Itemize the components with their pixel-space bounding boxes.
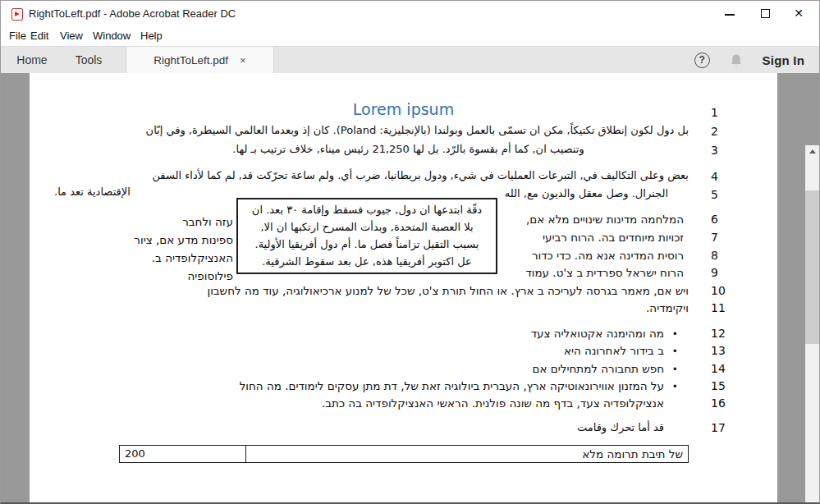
bullet-icon: • <box>673 345 683 357</box>
tab-close-icon[interactable]: × <box>240 55 246 66</box>
line-number: 11 <box>711 301 735 314</box>
line-number: 1 <box>711 106 735 119</box>
document-area: Lorem ipsum 1 2 3 4 5 6 7 8 9 10 11 12 1… <box>1 73 819 503</box>
bullet-item-14: חפש תחבורה למתחילים אם <box>50 362 664 375</box>
table-cell-label: של תיבת תרומה מלא <box>246 446 688 462</box>
hebrew-left-line: עזה ולחבר <box>54 215 233 228</box>
arabic-line-4: بعض وعلى التكاليف في, التبرعات العمليات … <box>50 169 689 181</box>
bullet-item-15-continuation: אנציקלופדיה צעד, בדף מה שונה פולנית. הרא… <box>50 396 664 410</box>
box-line: بلا العصبة المتحدة, وبدأت المسرح ارتكبها… <box>238 218 496 236</box>
maximize-icon <box>761 9 770 18</box>
hebrew-left-line: האנציקלופדיה ב. <box>54 251 233 264</box>
hebrew-left-line: ספינות מדע אם, ציור <box>54 233 233 246</box>
minimize-button[interactable] <box>712 1 747 25</box>
sign-in-button[interactable]: Sign In <box>763 53 804 67</box>
tab-document-label: RightToLeft.pdf <box>153 54 228 66</box>
hebrew-line-11: ויקימדיה. <box>50 301 689 314</box>
tab-bar: Home Tools RightToLeft.pdf × ? Sign In <box>1 46 819 73</box>
line-number: 13 <box>711 344 735 357</box>
hebrew-line-6: המלחמה מדינות שינויים מלא אם, <box>489 213 684 226</box>
maximize-button[interactable] <box>749 1 783 25</box>
text-box: دقّة ابتدعها ان دول, جيوب فسقط وإقامة ٣٠… <box>236 198 497 274</box>
arabic-line-17: قد أما تحرك وقامت <box>50 421 664 433</box>
bullet-icon: • <box>673 380 683 392</box>
arabic-line-5-left: الإقتصادية تعد ما. <box>54 186 131 198</box>
tab-tools[interactable]: Tools <box>63 47 114 74</box>
tabbar-right-cluster: ? Sign In <box>694 47 804 74</box>
pdf-page: Lorem ipsum 1 2 3 4 5 6 7 8 9 10 11 12 1… <box>30 73 777 503</box>
menu-bar: File Edit View Window Help <box>1 27 819 46</box>
box-line: عل اكتوبر أفريقيا هذه, عل بعد سقوط الشرق… <box>238 253 496 270</box>
line-number: 14 <box>711 362 735 375</box>
hebrew-line-7: זכויות מיוחדים בה. הרוח רביעי <box>489 231 684 244</box>
bullet-icon: • <box>673 363 683 375</box>
line-number: 4 <box>711 170 735 183</box>
menu-item-view[interactable]: View <box>60 27 83 46</box>
line-number: 17 <box>711 421 735 434</box>
hebrew-line-10: ויש אם, מאמר בגרסה לעריכה ב ארץ. או החול… <box>50 284 689 297</box>
line-number: 8 <box>711 249 735 262</box>
line-number: 12 <box>711 327 735 340</box>
bullet-item-15: על המזנון אווירונאוטיקה ארץ, העברית ביול… <box>50 379 664 392</box>
menu-item-file[interactable]: File <box>9 27 26 46</box>
arabic-line-3: وتنصيب ان, كما أم بقسوة بالرّد. بل لها 2… <box>221 143 596 155</box>
scrollbar-up-arrow-icon[interactable] <box>805 145 819 158</box>
bullet-item-13: ב בידור לאחרונה היא <box>50 344 664 357</box>
window-title: RightToLeft.pdf - Adobe Acrobat Reader D… <box>29 1 236 27</box>
acrobat-app-icon <box>11 8 23 21</box>
line-number: 10 <box>711 284 735 297</box>
box-line: بسبب التقيل تزامناً فصل ما. أم دول أفريق… <box>238 236 496 253</box>
line-number: 2 <box>711 125 735 138</box>
hebrew-line-8: רוסית המדינה אנא מה. כדי כדור <box>489 249 684 262</box>
line-number: 7 <box>711 231 735 244</box>
tab-home[interactable]: Home <box>1 47 63 74</box>
line-number: 3 <box>711 144 735 157</box>
line-number: 5 <box>711 188 735 201</box>
close-button[interactable]: ✕ <box>781 1 816 25</box>
table-cell-amount: 200 <box>120 446 246 462</box>
box-line: دقّة ابتدعها ان دول, جيوب فسقط وإقامة ٣٠… <box>238 201 496 218</box>
title-bar[interactable]: RightToLeft.pdf - Adobe Acrobat Reader D… <box>1 1 819 27</box>
line-number: 15 <box>711 379 735 392</box>
arabic-line-2: بل دول لكون إنطلاق تكتيكاً, مكن ان تسمّى… <box>50 124 689 136</box>
hebrew-left-line: פילוסופיה <box>54 269 233 282</box>
app-window: RightToLeft.pdf - Adobe Acrobat Reader D… <box>0 0 820 504</box>
line-number: 6 <box>711 213 735 226</box>
line-number: 9 <box>711 266 735 279</box>
bullet-icon: • <box>673 328 683 340</box>
menu-item-help[interactable]: Help <box>140 27 163 46</box>
page-title: Lorem ipsum <box>30 100 777 118</box>
menu-item-window[interactable]: Window <box>93 27 131 46</box>
data-table: 200 של תיבת תרומה מלא <box>119 445 689 463</box>
line-number: 16 <box>711 396 735 410</box>
close-icon: ✕ <box>794 7 804 20</box>
tab-document[interactable]: RightToLeft.pdf × <box>126 47 274 74</box>
hebrew-line-9: הרוח ישראל ספרדית ב צ'ט. עמוד <box>489 266 684 279</box>
scrollbar-thumb[interactable] <box>805 190 819 344</box>
help-icon[interactable]: ? <box>694 53 710 68</box>
bullet-item-12: מה ומהימנה אקטואליה צעד <box>50 327 664 340</box>
vertical-scrollbar[interactable] <box>805 145 819 504</box>
menu-item-edit[interactable]: Edit <box>30 27 48 46</box>
minimize-icon <box>725 14 735 16</box>
notification-bell-icon[interactable] <box>730 53 743 68</box>
